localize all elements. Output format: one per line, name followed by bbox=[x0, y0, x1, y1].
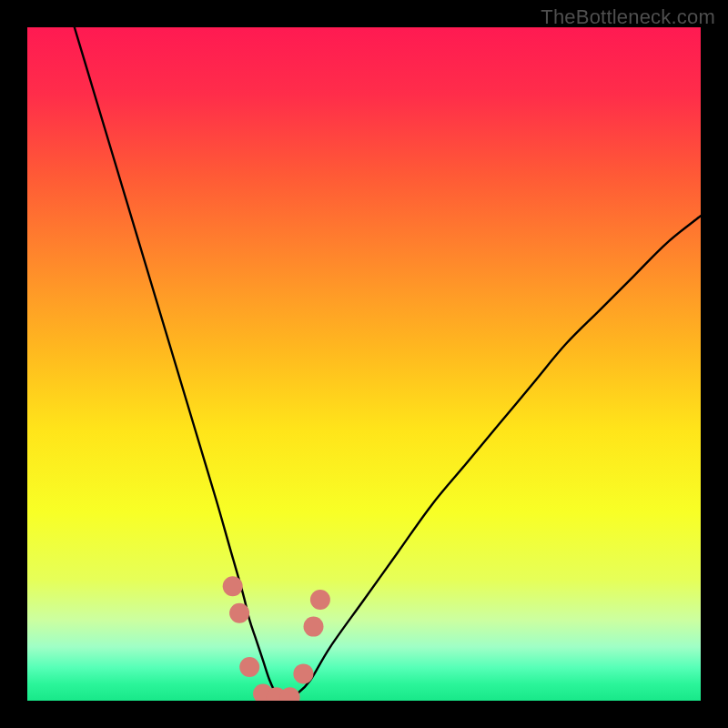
chart-frame: TheBottleneck.com bbox=[0, 0, 728, 728]
plot-area bbox=[27, 27, 701, 701]
highlight-dot bbox=[239, 657, 259, 677]
curve-layer bbox=[27, 27, 701, 701]
highlight-dot bbox=[293, 663, 313, 683]
highlight-dots bbox=[223, 576, 330, 701]
bottleneck-curve bbox=[75, 27, 701, 698]
highlight-dot bbox=[304, 617, 324, 637]
highlight-dot bbox=[229, 603, 249, 623]
watermark-text: TheBottleneck.com bbox=[541, 5, 715, 29]
highlight-dot bbox=[310, 590, 330, 610]
highlight-dot bbox=[280, 687, 300, 701]
highlight-dot bbox=[223, 576, 243, 596]
